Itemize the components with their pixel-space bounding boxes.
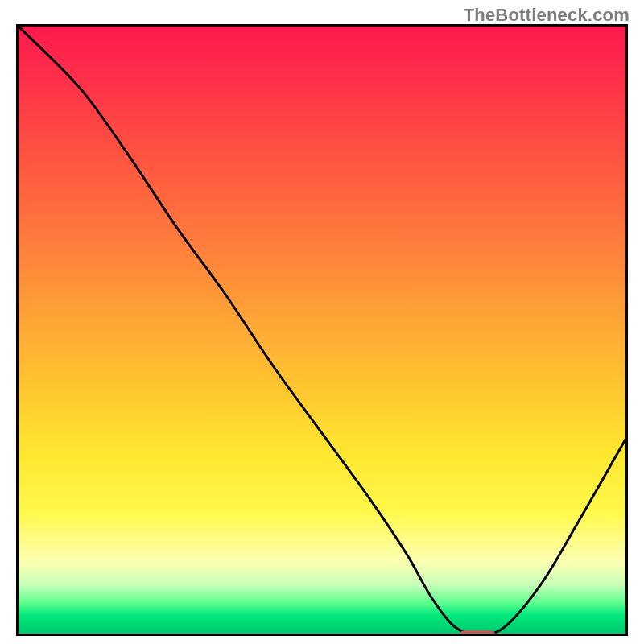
chart-container [16,24,628,636]
bottleneck-curve [19,27,625,634]
watermark-text: TheBottleneck.com [464,5,630,26]
curve-path [19,27,625,634]
optimal-zone-marker [459,630,496,636]
